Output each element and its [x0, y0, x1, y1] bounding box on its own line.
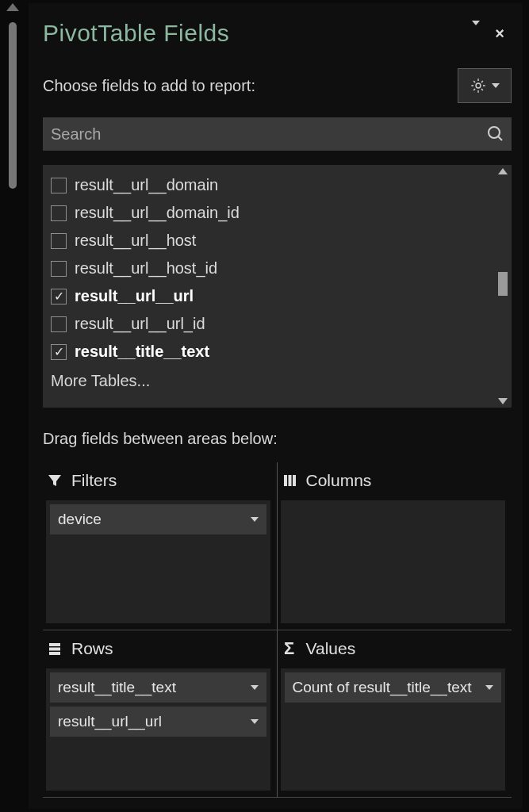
panel-menu-button[interactable]	[464, 25, 488, 42]
drag-hint-label: Drag fields between areas below:	[43, 430, 512, 448]
chevron-down-icon	[251, 685, 259, 690]
field-label: result__url__url	[75, 287, 194, 305]
svg-rect-6	[49, 643, 60, 646]
close-button[interactable]: ×	[488, 25, 512, 43]
svg-rect-5	[293, 475, 296, 486]
chevron-down-icon	[251, 719, 259, 724]
drop-areas: Filters device Columns Rows result__titl…	[43, 462, 512, 798]
values-body[interactable]: Count of result__title__text	[281, 668, 506, 791]
rows-title: Rows	[71, 639, 113, 658]
field-row[interactable]: result__url__url_id	[48, 310, 493, 338]
sigma-icon: Σ	[281, 640, 298, 657]
columns-icon	[281, 472, 298, 489]
scroll-up-icon	[498, 168, 508, 174]
filters-body[interactable]: device	[46, 500, 270, 623]
area-field-label: result__url__url	[58, 713, 251, 730]
gear-icon	[470, 77, 487, 94]
area-field-label: result__title__text	[58, 679, 251, 696]
svg-point-0	[476, 83, 481, 88]
area-field-pill[interactable]: Count of result__title__text	[285, 672, 502, 703]
svg-rect-7	[49, 647, 60, 650]
field-checkbox[interactable]	[51, 261, 67, 277]
search-icon	[480, 124, 512, 144]
field-row[interactable]: result__url__host_id	[48, 255, 493, 282]
chevron-down-icon	[485, 685, 493, 690]
field-label: result__url__domain_id	[75, 204, 240, 222]
columns-body[interactable]	[281, 500, 506, 623]
area-field-pill[interactable]: result__title__text	[50, 672, 266, 703]
area-field-pill[interactable]: device	[50, 504, 266, 534]
columns-header: Columns	[281, 467, 506, 494]
svg-rect-8	[49, 652, 60, 655]
filter-icon	[46, 472, 63, 489]
columns-area[interactable]: Columns	[278, 462, 512, 630]
filters-area[interactable]: Filters device	[43, 462, 278, 630]
area-field-label: Count of result__title__text	[293, 679, 486, 696]
rows-icon	[46, 640, 63, 657]
filters-title: Filters	[71, 471, 117, 490]
values-header: Σ Values	[281, 635, 506, 662]
field-label: result__url__host	[75, 232, 196, 250]
field-checkbox[interactable]	[51, 178, 67, 193]
field-checkbox[interactable]	[51, 344, 67, 360]
more-tables-link[interactable]: More Tables...	[48, 366, 493, 392]
values-title: Values	[306, 639, 356, 658]
field-list: result__url__domainresult__url__domain_i…	[43, 165, 512, 408]
field-row[interactable]: result__url__url	[48, 282, 493, 310]
search-field[interactable]	[43, 117, 512, 151]
field-label: result__url__host_id	[75, 259, 217, 278]
field-checkbox[interactable]	[51, 289, 67, 304]
values-area[interactable]: Σ Values Count of result__title__text	[278, 630, 512, 799]
svg-rect-3	[284, 475, 287, 486]
pivottable-fields-panel: PivotTable Fields × Choose fields to add…	[29, 3, 523, 809]
settings-button[interactable]	[458, 68, 512, 103]
svg-rect-4	[288, 475, 291, 486]
scroll-thumb[interactable]	[498, 272, 508, 296]
search-input[interactable]	[43, 125, 480, 144]
chevron-down-icon	[492, 83, 500, 88]
outer-scrollbar[interactable]	[2, 0, 24, 812]
field-checkbox[interactable]	[51, 316, 67, 332]
field-label: result__url__domain	[75, 176, 218, 194]
svg-line-2	[498, 136, 502, 140]
area-field-pill[interactable]: result__url__url	[50, 707, 266, 737]
field-checkbox[interactable]	[51, 205, 67, 221]
field-label: result__url__url_id	[75, 315, 205, 333]
scroll-down-icon	[498, 398, 508, 404]
field-checkbox[interactable]	[51, 233, 67, 249]
field-list-scrollbar[interactable]	[496, 168, 510, 404]
field-row[interactable]: result__title__text	[48, 338, 493, 366]
field-row[interactable]: result__url__domain_id	[48, 199, 493, 227]
field-label: result__title__text	[75, 343, 209, 361]
scroll-up-icon	[6, 3, 19, 11]
rows-header: Rows	[46, 635, 270, 662]
filters-header: Filters	[46, 467, 270, 494]
area-field-label: device	[58, 511, 251, 528]
choose-fields-row: Choose fields to add to report:	[43, 68, 512, 103]
rows-body[interactable]: result__title__textresult__url__url	[46, 668, 270, 791]
chevron-down-icon	[251, 517, 259, 522]
panel-title: PivotTable Fields	[43, 20, 464, 47]
columns-title: Columns	[306, 471, 372, 490]
field-row[interactable]: result__url__host	[48, 227, 493, 255]
choose-fields-label: Choose fields to add to report:	[43, 77, 458, 95]
scroll-thumb[interactable]	[9, 22, 17, 189]
panel-header: PivotTable Fields ×	[43, 14, 512, 52]
svg-point-1	[489, 127, 500, 138]
field-row[interactable]: result__url__domain	[48, 171, 493, 199]
rows-area[interactable]: Rows result__title__textresult__url__url	[43, 630, 278, 799]
